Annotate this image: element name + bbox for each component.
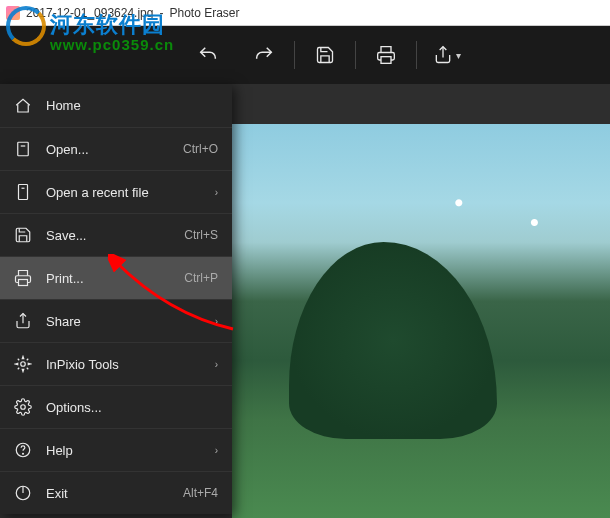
menu-item-label: Options...: [46, 400, 218, 415]
recent-icon: [14, 183, 32, 201]
menu-item-label: Open...: [46, 142, 169, 157]
menu-item-label: Print...: [46, 271, 170, 286]
share-button[interactable]: ▾: [419, 26, 475, 84]
svg-rect-2: [18, 142, 29, 156]
chevron-right-icon: ›: [215, 359, 218, 370]
menu-item-label: Exit: [46, 486, 169, 501]
undo-button[interactable]: [180, 26, 236, 84]
svg-rect-6: [19, 280, 28, 286]
menu-item-label: Help: [46, 443, 201, 458]
help-icon: [14, 441, 32, 459]
redo-button[interactable]: [236, 26, 292, 84]
top-toolbar: ▾: [0, 26, 610, 84]
menu-shortcut: Ctrl+P: [184, 271, 218, 285]
exit-icon: [14, 484, 32, 502]
menu-item-label: Save...: [46, 228, 170, 243]
toolbar-separator: [294, 41, 295, 69]
options-icon: [14, 398, 32, 416]
menu-item-label: Home: [46, 98, 218, 113]
image-canvas[interactable]: [232, 124, 610, 518]
menu-shortcut: Ctrl+S: [184, 228, 218, 242]
share-icon: [14, 312, 32, 330]
save-icon: [315, 45, 335, 65]
menu-item-share[interactable]: Share›: [0, 299, 232, 342]
menu-item-inpixio-tools[interactable]: InPixio Tools›: [0, 342, 232, 385]
menu-item-help[interactable]: Help›: [0, 428, 232, 471]
menu-item-label: Open a recent file: [46, 185, 201, 200]
redo-icon: [253, 44, 275, 66]
menu-item-label: Share: [46, 314, 201, 329]
title-appname: Photo Eraser: [169, 6, 239, 20]
toolbar-separator: [355, 41, 356, 69]
menu-item-label: InPixio Tools: [46, 357, 201, 372]
svg-point-11: [23, 453, 24, 454]
svg-rect-4: [19, 185, 28, 200]
window-titlebar: 2017-12-01_093624.jpg - Photo Eraser: [0, 0, 610, 26]
app-icon: [6, 6, 20, 20]
photo-content: [232, 124, 610, 518]
photo-content: [289, 242, 497, 439]
menu-item-options[interactable]: Options...: [0, 385, 232, 428]
menu-item-open[interactable]: Open...Ctrl+O: [0, 127, 232, 170]
title-sep: -: [159, 6, 163, 20]
chevron-right-icon: ›: [215, 316, 218, 327]
print-icon: [14, 269, 32, 287]
save-button[interactable]: [297, 26, 353, 84]
title-filename: 2017-12-01_093624.jpg: [26, 6, 153, 20]
share-icon: [433, 45, 453, 65]
tools-icon: [14, 355, 32, 373]
chevron-right-icon: ›: [215, 187, 218, 198]
open-icon: [14, 140, 32, 158]
svg-point-9: [21, 405, 26, 410]
print-icon: [376, 45, 396, 65]
menu-shortcut: Ctrl+O: [183, 142, 218, 156]
home-icon: [14, 97, 32, 115]
chevron-down-icon: ▾: [456, 50, 461, 61]
undo-icon: [197, 44, 219, 66]
menu-shortcut: Alt+F4: [183, 486, 218, 500]
toolbar-separator: [416, 41, 417, 69]
menu-item-open-a-recent-file[interactable]: Open a recent file›: [0, 170, 232, 213]
menu-item-print[interactable]: Print...Ctrl+P: [0, 256, 232, 299]
print-button[interactable]: [358, 26, 414, 84]
chevron-right-icon: ›: [215, 445, 218, 456]
svg-point-8: [21, 362, 26, 367]
menu-item-save[interactable]: Save...Ctrl+S: [0, 213, 232, 256]
file-menu: HomeOpen...Ctrl+OOpen a recent file›Save…: [0, 84, 232, 514]
save-icon: [14, 226, 32, 244]
menu-item-exit[interactable]: ExitAlt+F4: [0, 471, 232, 514]
menu-item-home[interactable]: Home: [0, 84, 232, 127]
svg-rect-0: [381, 57, 391, 64]
